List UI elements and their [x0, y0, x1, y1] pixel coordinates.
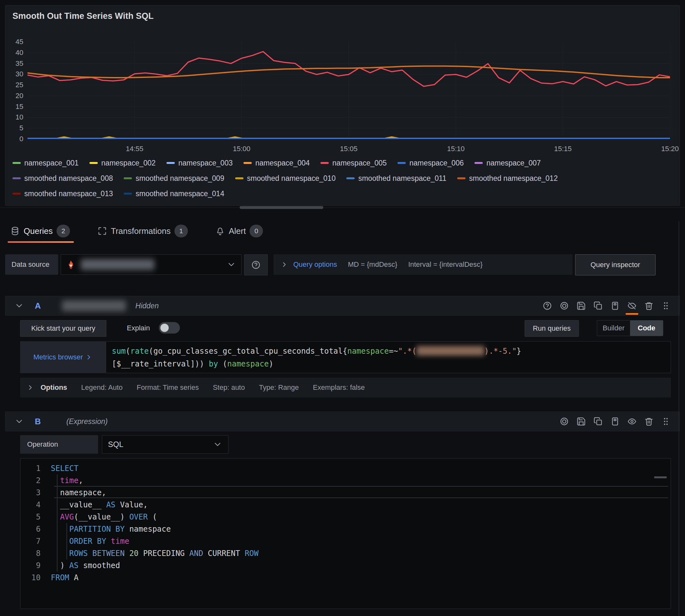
trash-icon[interactable]	[644, 301, 654, 311]
right-pane-divider	[679, 221, 679, 616]
trash-icon[interactable]	[644, 417, 654, 426]
legend-item[interactable]: namespace_002	[89, 158, 156, 168]
query-inspector-button[interactable]: Query inspector	[575, 254, 656, 276]
sql-line: 8 ROWS BETWEEN 20 PRECEDING AND CURRENT …	[20, 547, 668, 559]
tab-label: Queries	[24, 226, 53, 236]
collapse-query-a-icon[interactable]	[14, 301, 24, 311]
tab-transformations[interactable]: Transformations 1	[97, 222, 190, 240]
x-tick-label: 15:00	[225, 145, 258, 153]
file-icon[interactable]	[610, 301, 620, 311]
tab-label: Transformations	[111, 226, 171, 236]
chevron-down-icon	[213, 440, 222, 449]
legend-item[interactable]: namespace_004	[243, 158, 310, 168]
metrics-browser-button[interactable]: Metrics browser	[20, 341, 106, 373]
legend-item[interactable]: namespace_006	[397, 158, 464, 168]
explain-toggle[interactable]	[159, 322, 180, 334]
options-summary: Legend: AutoFormat: Time seriesStep: aut…	[81, 383, 365, 392]
interval-value: Interval = {intervalDesc}	[408, 260, 483, 269]
timeseries-chart[interactable]	[27, 42, 670, 139]
legend-item[interactable]: namespace_001	[13, 158, 79, 168]
y-tick-label: 10	[7, 113, 23, 122]
md-value: MD = {mdDesc}	[348, 260, 397, 269]
database-icon	[10, 226, 20, 236]
option-summary-item: Format: Time series	[137, 383, 199, 392]
kickstart-query-button[interactable]: Kick start your query	[20, 320, 106, 337]
legend-label: smoothed namespace_008	[24, 174, 113, 183]
legend-item[interactable]: namespace_007	[474, 158, 540, 168]
query-b-actions	[559, 417, 671, 426]
copy-icon[interactable]	[593, 301, 603, 311]
legend: namespace_001namespace_002namespace_003n…	[13, 158, 645, 198]
record-icon[interactable]	[559, 301, 569, 311]
option-summary-item: Exemplars: false	[313, 383, 365, 392]
legend-swatch	[346, 177, 355, 179]
query-a-header[interactable]: A Hidden	[5, 296, 680, 316]
tab-bar: Queries 2 Transformations 1 Alert 0	[9, 222, 265, 240]
tab-queries[interactable]: Queries 2	[9, 222, 72, 240]
legend-item[interactable]: smoothed namespace_011	[346, 174, 446, 183]
queries-count-badge: 2	[57, 225, 70, 237]
query-a-options-row[interactable]: Options Legend: AutoFormat: Time seriesS…	[20, 378, 671, 397]
x-tick-label: 15:05	[333, 145, 365, 153]
transform-icon	[97, 226, 107, 236]
option-summary-item: Legend: Auto	[81, 383, 123, 392]
legend-swatch	[457, 177, 465, 179]
line-number: 3	[20, 487, 51, 499]
pane-resize-handle[interactable]	[240, 206, 323, 209]
editor-scrollbar[interactable]	[654, 476, 667, 478]
legend-item[interactable]: namespace_005	[321, 158, 386, 168]
legend-item[interactable]: namespace_003	[167, 158, 233, 168]
line-number: 8	[20, 547, 51, 559]
legend-swatch	[13, 177, 21, 179]
drag-handle-icon[interactable]	[661, 417, 671, 426]
eye-slash-icon[interactable]	[627, 301, 637, 311]
legend-item[interactable]: smoothed namespace_012	[457, 174, 557, 183]
eye-icon[interactable]	[627, 417, 637, 426]
copy-icon[interactable]	[593, 417, 603, 426]
sql-line: 7 ORDER BY time	[20, 535, 668, 547]
query-b-header[interactable]: B (Expression)	[5, 412, 680, 431]
legend-item[interactable]: smoothed namespace_009	[124, 174, 224, 183]
legend-item[interactable]: smoothed namespace_013	[13, 189, 113, 198]
metrics-browser-label: Metrics browser	[33, 353, 83, 361]
operation-select[interactable]: SQL	[102, 435, 228, 454]
record-icon[interactable]	[559, 417, 569, 426]
query-a-hidden-label: Hidden	[135, 302, 159, 310]
timeseries-panel: Smooth Out Time Series With SQL 45403530…	[5, 5, 680, 206]
collapse-query-b-icon[interactable]	[14, 417, 24, 426]
query-options-link[interactable]: Query options	[293, 260, 337, 269]
legend-swatch	[124, 193, 132, 195]
tab-alert[interactable]: Alert 0	[215, 222, 265, 240]
drag-handle-icon[interactable]	[661, 301, 671, 311]
operation-label: Operation	[20, 435, 98, 454]
legend-item[interactable]: smoothed namespace_008	[13, 174, 113, 183]
datasource-select[interactable]	[61, 254, 242, 275]
sql-line: 4 __value__ AS Value,	[20, 499, 668, 511]
query-b-letter: B	[35, 417, 41, 426]
chevron-down-icon	[226, 260, 236, 269]
sql-code-editor[interactable]: 1SELECT2 time,3 namespace,4 __value__ AS…	[20, 458, 671, 609]
datasource-help-button[interactable]	[244, 254, 268, 276]
panel-title[interactable]: Smooth Out Time Series With SQL	[13, 11, 154, 21]
query-a-letter: A	[35, 301, 41, 311]
y-tick-label: 0	[7, 134, 23, 144]
save-icon[interactable]	[576, 301, 586, 311]
file-icon[interactable]	[610, 417, 620, 426]
builder-option[interactable]: Builder	[597, 321, 630, 336]
sql-line: 3 namespace,	[20, 487, 668, 499]
line-number: 6	[20, 523, 51, 535]
x-tick-label: 15:15	[547, 145, 579, 153]
code-option[interactable]: Code	[630, 321, 663, 336]
pane-divider	[0, 207, 685, 208]
promql-editor[interactable]: sum(rate(go_cpu_classes_gc_total_cpu_sec…	[106, 341, 671, 373]
legend-item[interactable]: smoothed namespace_014	[124, 189, 224, 198]
save-icon[interactable]	[576, 417, 586, 426]
run-queries-button[interactable]: Run queries	[525, 320, 579, 337]
legend-swatch	[474, 162, 483, 164]
option-summary-item: Type: Range	[259, 383, 299, 392]
help-circle-icon[interactable]	[543, 301, 552, 311]
legend-item[interactable]: smoothed namespace_010	[235, 174, 335, 183]
chevron-right-icon	[26, 384, 34, 391]
y-tick-label: 45	[7, 37, 23, 46]
query-b-type-label: (Expression)	[66, 417, 108, 426]
